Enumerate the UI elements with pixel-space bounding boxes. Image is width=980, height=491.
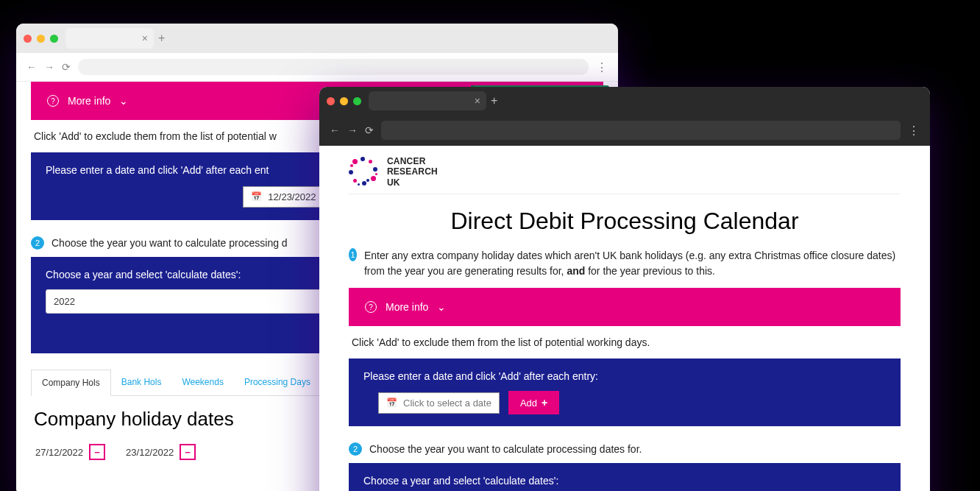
close-icon[interactable] <box>24 35 32 43</box>
back-icon[interactable]: ← <box>330 124 340 136</box>
address-bar[interactable] <box>381 121 901 140</box>
back-icon[interactable]: ← <box>26 61 37 73</box>
step-badge: 2 <box>349 442 362 456</box>
maximize-icon[interactable] <box>353 97 361 105</box>
step-text: Enter any extra company holiday dates wh… <box>364 248 901 279</box>
browser-tab[interactable]: × <box>369 91 486 110</box>
help-icon: ? <box>47 95 59 107</box>
exclude-instruction: Click 'Add' to exclude them from the lis… <box>352 336 898 348</box>
step-badge: 1 <box>349 248 357 261</box>
year-prompt: Choose a year and select 'calculate date… <box>363 475 886 487</box>
tab-bank-hols[interactable]: Bank Hols <box>111 370 172 395</box>
refresh-icon[interactable]: ⟳ <box>62 61 71 73</box>
plus-icon: + <box>542 397 547 409</box>
address-bar[interactable] <box>78 59 589 75</box>
brand-line: RESEARCH <box>387 166 438 177</box>
brand-text: CANCER RESEARCH UK <box>387 156 438 188</box>
window-dark: × + ← → ⟳ ⋮ CANCER RESEARCH UK Direct De… <box>319 87 930 491</box>
chip-date: 27/12/2022 <box>35 447 83 458</box>
help-icon: ? <box>365 301 377 313</box>
minimize-icon[interactable] <box>340 97 348 105</box>
step-2-row: 2 Choose the year you want to calculate … <box>349 442 901 456</box>
step-text: Choose the year you want to calculate pr… <box>52 237 288 249</box>
step-text: Choose the year you want to calculate pr… <box>369 443 642 455</box>
traffic-lights <box>327 97 361 105</box>
traffic-lights <box>24 35 58 43</box>
date-entry-prompt: Please enter a date and click 'Add' afte… <box>363 370 886 382</box>
forward-icon[interactable]: → <box>44 61 54 73</box>
step-text-b: for the year previous to this. <box>585 265 715 277</box>
maximize-icon[interactable] <box>50 35 58 43</box>
brand: CANCER RESEARCH UK <box>349 146 901 194</box>
brand-line: CANCER <box>387 156 438 166</box>
page-title: Direct Debit Processing Calendar <box>349 208 901 235</box>
holiday-chip: 27/12/2022 − <box>35 444 105 460</box>
info-banner[interactable]: ? More info ⌄ <box>349 288 901 326</box>
page-body: CANCER RESEARCH UK Direct Debit Processi… <box>319 146 930 491</box>
add-button[interactable]: Add + <box>508 391 559 414</box>
remove-date-button[interactable]: − <box>180 444 196 460</box>
date-placeholder: Click to select a date <box>403 398 491 409</box>
tab-strip: × + <box>16 24 618 53</box>
step-badge: 2 <box>31 236 44 250</box>
browser-toolbar: ← → ⟳ ⋮ <box>16 53 618 82</box>
logo-icon <box>349 157 380 188</box>
date-entry-box: Please enter a date and click 'Add' afte… <box>349 358 901 426</box>
remove-date-button[interactable]: − <box>89 444 105 460</box>
minimize-icon[interactable] <box>37 35 45 43</box>
tab-weekends[interactable]: Weekends <box>171 370 233 395</box>
new-tab-button[interactable]: + <box>491 94 497 107</box>
forward-icon[interactable]: → <box>347 124 358 136</box>
add-label: Add <box>520 398 537 409</box>
tab-company-hols[interactable]: Company Hols <box>31 370 111 396</box>
menu-icon[interactable]: ⋮ <box>596 60 608 74</box>
calendar-icon: 📅 <box>251 191 262 202</box>
browser-tab[interactable]: × <box>65 28 154 49</box>
calendar-icon: 📅 <box>386 398 397 408</box>
date-value: 12/23/2022 <box>268 191 316 202</box>
step-1-row: 1 Enter any extra company holiday dates … <box>349 248 901 279</box>
step-text-bold: and <box>567 265 585 277</box>
menu-icon[interactable]: ⋮ <box>908 124 920 138</box>
date-input[interactable]: 📅 Click to select a date <box>378 392 500 414</box>
date-input[interactable]: 📅 12/23/2022 <box>243 186 331 208</box>
new-tab-button[interactable]: + <box>158 32 165 45</box>
year-box: Choose a year and select 'calculate date… <box>349 463 901 491</box>
tab-strip: × + <box>319 87 930 115</box>
year-value: 2022 <box>54 296 75 307</box>
close-icon[interactable] <box>327 97 335 105</box>
chevron-down-icon: ⌄ <box>437 301 446 313</box>
holiday-chip: 23/12/2022 − <box>126 444 196 460</box>
chevron-down-icon: ⌄ <box>119 95 128 107</box>
more-info-label: More info <box>68 95 110 107</box>
chip-date: 23/12/2022 <box>126 447 174 458</box>
tab-processing[interactable]: Processing Days <box>234 370 321 395</box>
browser-toolbar: ← → ⟳ ⋮ <box>319 115 930 146</box>
more-info-label: More info <box>386 301 428 313</box>
brand-line: UK <box>387 177 438 188</box>
refresh-icon[interactable]: ⟳ <box>365 124 374 136</box>
